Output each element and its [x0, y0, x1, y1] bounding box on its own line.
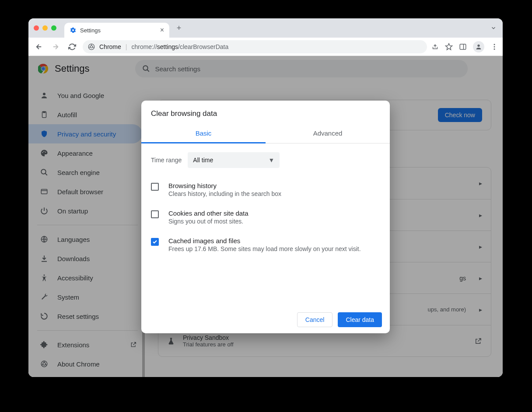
option-cached-images[interactable]: Cached images and files Frees up 17.6 MB… — [151, 233, 380, 260]
tab-list-button[interactable] — [490, 25, 497, 31]
address-bar[interactable]: Chrome | chrome://settings/clearBrowserD… — [83, 40, 427, 53]
side-panel-icon[interactable] — [459, 43, 467, 51]
dialog-body: Time range All time ▼ Browsing history C… — [141, 143, 390, 306]
option-title: Cached images and files — [168, 237, 361, 244]
time-range-value: All time — [193, 157, 213, 164]
dialog-title: Clear browsing data — [141, 101, 390, 124]
dropdown-triangle-icon: ▼ — [268, 157, 274, 164]
option-desc: Frees up 17.6 MB. Some sites may load mo… — [168, 245, 361, 252]
profile-avatar[interactable] — [473, 41, 484, 52]
option-title: Browsing history — [168, 182, 281, 189]
maximize-window-button[interactable] — [51, 25, 56, 31]
back-button[interactable] — [33, 41, 45, 53]
close-window-button[interactable] — [34, 25, 39, 31]
time-range-label: Time range — [151, 157, 182, 164]
browser-window: Settings × + Chrome | chrome://settings/… — [28, 18, 503, 377]
tab-basic[interactable]: Basic — [141, 124, 266, 143]
option-title: Cookies and other site data — [168, 209, 248, 217]
checkbox-checked[interactable] — [151, 238, 159, 246]
time-range-select[interactable]: All time ▼ — [188, 152, 280, 168]
url-text: chrome://settings/clearBrowserData — [131, 43, 228, 50]
dialog-tabs: Basic Advanced — [141, 124, 390, 143]
toolbar-actions — [431, 41, 498, 52]
forward-button[interactable] — [49, 41, 62, 53]
clear-data-button[interactable]: Clear data — [338, 312, 382, 327]
window-controls — [34, 25, 64, 31]
cancel-button[interactable]: Cancel — [297, 312, 333, 327]
tab-advanced[interactable]: Advanced — [266, 124, 390, 143]
page-content: Settings Search settings You and Google … — [28, 56, 503, 377]
url-host: Chrome — [99, 43, 121, 50]
clear-browsing-data-dialog: Clear browsing data Basic Advanced Time … — [141, 101, 390, 333]
chrome-page-icon — [88, 43, 95, 50]
kebab-menu-icon[interactable] — [490, 43, 498, 51]
browser-toolbar: Chrome | chrome://settings/clearBrowserD… — [28, 38, 503, 56]
option-cookies[interactable]: Cookies and other site data Signs you ou… — [151, 205, 380, 233]
checkbox-unchecked[interactable] — [151, 183, 159, 191]
tab-title: Settings — [80, 27, 101, 34]
browser-tab[interactable]: Settings × — [64, 23, 169, 38]
new-tab-button[interactable]: + — [173, 22, 185, 34]
minimize-window-button[interactable] — [42, 25, 48, 31]
reload-button[interactable] — [66, 41, 78, 53]
svg-point-3 — [477, 44, 480, 46]
share-icon[interactable] — [431, 43, 439, 50]
close-tab-button[interactable]: × — [160, 26, 164, 34]
svg-rect-2 — [460, 44, 466, 49]
bookmark-icon[interactable] — [445, 43, 453, 51]
dialog-actions: Cancel Clear data — [141, 306, 390, 333]
svg-point-5 — [494, 46, 495, 47]
tab-strip: Settings × + — [28, 18, 503, 38]
svg-point-1 — [90, 45, 92, 48]
option-browsing-history[interactable]: Browsing history Clears history, includi… — [151, 178, 380, 205]
svg-point-6 — [494, 48, 495, 49]
gear-icon — [70, 27, 77, 34]
option-desc: Clears history, including in the search … — [168, 190, 281, 197]
checkbox-unchecked[interactable] — [151, 210, 159, 218]
option-desc: Signs you out of most sites. — [168, 218, 248, 225]
svg-point-4 — [494, 44, 495, 45]
time-range-row: Time range All time ▼ — [151, 152, 380, 168]
